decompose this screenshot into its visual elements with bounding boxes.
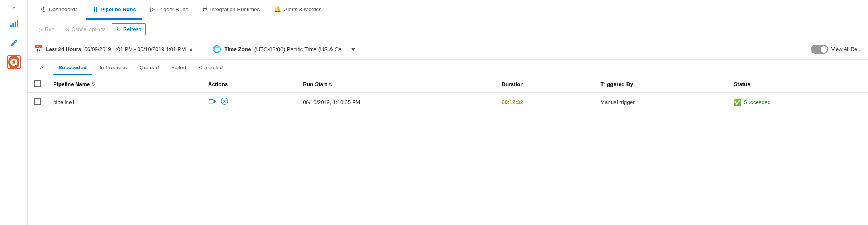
status-tabs: All Succeeded In Progress Queued Failed …: [28, 60, 868, 76]
sidebar-item-pipeline[interactable]: [7, 55, 21, 69]
status-tab-succeeded[interactable]: Succeeded: [53, 61, 92, 75]
sidebar-chevron[interactable]: »: [11, 3, 17, 12]
status-tab-failed[interactable]: Failed: [166, 61, 192, 75]
svg-rect-4: [209, 99, 213, 103]
row-status: ✅ Succeeded: [727, 92, 868, 112]
col-actions: Actions: [202, 76, 296, 92]
main-content: ⏱ Dashboards ⏸ Pipeline Runs ▷ Trigger R…: [28, 0, 868, 225]
tab-pipeline-runs[interactable]: ⏸ Pipeline Runs: [86, 0, 142, 20]
col-pipeline-name: Pipeline Name ▽: [47, 76, 202, 92]
refresh-icon: ↻: [116, 26, 121, 33]
integration-runtimes-icon: ⇄: [203, 6, 208, 13]
svg-rect-1: [12, 23, 14, 27]
tab-integration-runtimes-label: Integration Runtimes: [210, 6, 260, 12]
timezone-filter: 🌐 Time Zone (UTC-08:00) Pacific Time (US…: [213, 45, 356, 53]
toolbar: ▷ Run ⊘ Cancel options ↻ Refresh: [28, 20, 868, 39]
pipeline-name-filter-icon[interactable]: ▽: [92, 82, 95, 87]
run-start-sort-icon[interactable]: ⇅: [329, 82, 332, 87]
svg-rect-0: [10, 25, 12, 27]
run-label: Run: [45, 26, 54, 32]
status-tab-cancelled[interactable]: Cancelled: [193, 61, 228, 75]
table-header-row: Pipeline Name ▽ Actions Run Start ⇅ Dura…: [28, 76, 868, 92]
col-pipeline-name-label: Pipeline Name: [53, 81, 90, 87]
col-duration: Duration: [495, 76, 594, 92]
status-tab-queued[interactable]: Queued: [134, 61, 164, 75]
view-all-toggle[interactable]: [811, 45, 828, 54]
status-tab-in-progress[interactable]: In Progress: [94, 61, 132, 75]
cancel-run-icon[interactable]: [220, 97, 229, 108]
refresh-button[interactable]: ↻ Refresh: [112, 23, 146, 35]
cancel-options-label: Cancel options: [72, 26, 106, 32]
row-duration: 00:12:32: [495, 92, 594, 112]
date-label: Last 24 Hours: [46, 46, 81, 52]
view-all-toggle-area: View All Re...: [811, 45, 862, 54]
svg-rect-2: [14, 22, 16, 28]
alerts-metrics-icon: 🔔: [274, 6, 281, 13]
trigger-runs-icon: ▷: [150, 6, 155, 13]
row-triggered-by: Manual trigger: [594, 92, 728, 112]
status-tab-all[interactable]: All: [34, 61, 51, 75]
tab-dashboards-label: Dashboards: [49, 6, 78, 12]
tab-dashboards[interactable]: ⏱ Dashboards: [34, 0, 84, 20]
tz-label: Time Zone: [224, 46, 251, 52]
col-actions-label: Actions: [208, 81, 228, 87]
run-button[interactable]: ▷ Run: [34, 24, 59, 35]
sidebar-item-pencil[interactable]: [7, 36, 21, 50]
sidebar-item-chart[interactable]: [7, 17, 21, 31]
calendar-icon: 📅: [34, 45, 43, 53]
pipeline-runs-table: Pipeline Name ▽ Actions Run Start ⇅ Dura…: [28, 76, 868, 225]
status-value: Succeeded: [744, 99, 771, 105]
col-duration-label: Duration: [502, 81, 524, 87]
duration-value: 00:12:32: [502, 99, 523, 105]
col-run-start: Run Start ⇅: [296, 76, 495, 92]
row-checkbox[interactable]: [34, 98, 41, 105]
cancel-icon: ⊘: [65, 26, 70, 33]
filter-bar: 📅 Last 24 Hours 06/09/2019 1:01 PM - 06/…: [28, 39, 868, 60]
tab-alerts-metrics[interactable]: 🔔 Alerts & Metrics: [267, 0, 328, 20]
row-actions: [202, 92, 296, 112]
run-icon: ▷: [39, 26, 43, 33]
date-chevron-icon[interactable]: ∨: [189, 46, 193, 53]
date-range: 06/09/2019 1:01 PM - 06/10/2019 1:01 PM: [84, 46, 186, 52]
tab-pipeline-runs-label: Pipeline Runs: [101, 6, 136, 12]
date-filter[interactable]: 📅 Last 24 Hours 06/09/2019 1:01 PM - 06/…: [34, 45, 193, 53]
tab-trigger-runs-label: Trigger Runs: [157, 6, 188, 12]
row-run-start: 06/10/2019, 1:10:05 PM: [296, 92, 495, 112]
svg-rect-3: [17, 20, 18, 27]
svg-marker-5: [214, 99, 216, 103]
col-run-start-label: Run Start: [303, 81, 327, 87]
header-checkbox[interactable]: [34, 80, 41, 87]
rerun-icon[interactable]: [208, 97, 217, 108]
tab-trigger-runs[interactable]: ▷ Trigger Runs: [144, 0, 195, 20]
tz-value: (UTC-08:00) Pacific Time (US & Ca...: [254, 46, 347, 53]
tz-dropdown-icon[interactable]: ▼: [351, 46, 356, 53]
tab-integration-runtimes[interactable]: ⇄ Integration Runtimes: [196, 0, 266, 20]
dashboards-icon: ⏱: [41, 6, 46, 13]
tab-alerts-metrics-label: Alerts & Metrics: [284, 6, 322, 12]
refresh-label: Refresh: [123, 26, 141, 32]
col-status: Status: [727, 76, 868, 92]
sidebar: »: [0, 0, 28, 225]
row-pipeline-name[interactable]: pipeline1: [47, 92, 202, 112]
top-nav: ⏱ Dashboards ⏸ Pipeline Runs ▷ Trigger R…: [28, 0, 868, 20]
col-status-label: Status: [734, 81, 750, 87]
col-checkbox: [28, 76, 47, 92]
col-triggered-by-label: Triggered By: [601, 81, 634, 87]
pipeline-runs-icon: ⏸: [92, 6, 98, 13]
row-checkbox-cell: [28, 92, 47, 112]
status-check-icon: ✅: [734, 98, 742, 106]
table-row: pipeline1: [28, 92, 868, 112]
col-triggered-by: Triggered By: [594, 76, 728, 92]
view-all-label: View All Re...: [831, 46, 862, 52]
globe-icon: 🌐: [213, 45, 221, 53]
cancel-options-button[interactable]: ⊘ Cancel options: [60, 24, 110, 35]
